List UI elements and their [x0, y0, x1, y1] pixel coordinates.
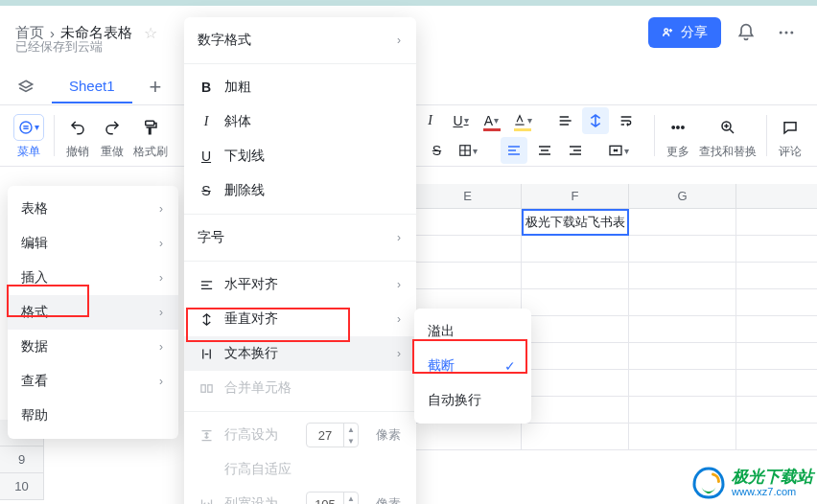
tab-sheet1[interactable]: Sheet1	[52, 70, 132, 103]
more-icon[interactable]	[771, 17, 802, 48]
svg-point-1	[780, 32, 782, 34]
menu-button[interactable]: ▾	[13, 114, 44, 141]
watermark-logo-icon	[691, 466, 726, 500]
italic-button[interactable]: I	[417, 107, 444, 134]
wrap-clip[interactable]: 截断✓	[414, 349, 531, 383]
col-header-f[interactable]: F	[522, 184, 629, 209]
menu-italic[interactable]: I斜体	[184, 104, 416, 139]
notification-icon[interactable]	[731, 17, 761, 48]
menu-bold[interactable]: B加粗	[184, 70, 416, 104]
more-button[interactable]: •••	[665, 114, 691, 141]
svg-point-3	[790, 32, 793, 34]
menu-row-height-auto: 行高自适应	[184, 452, 416, 487]
wrap-overflow[interactable]: 溢出	[414, 314, 531, 349]
svg-rect-9	[200, 384, 204, 392]
svg-point-2	[785, 32, 788, 34]
row-height-input: ▲▼	[306, 423, 359, 447]
menu-table[interactable]: 表格›	[8, 192, 178, 226]
menu-merge-cells: 合并单元格	[184, 371, 416, 405]
menu-v-align[interactable]: 垂直对齐›	[184, 302, 416, 336]
wrap-auto-button[interactable]	[613, 107, 640, 134]
more-label: 更多	[666, 144, 689, 160]
col-header-e[interactable]: E	[414, 184, 522, 209]
cell-g1[interactable]	[629, 209, 736, 236]
row-header-9[interactable]: 9	[0, 447, 44, 473]
menu-underline[interactable]: U下划线	[184, 139, 416, 173]
find-replace-button[interactable]	[714, 114, 741, 141]
watermark: 极光下载站 www.xz7.com	[691, 466, 813, 500]
menu-insert[interactable]: 插入›	[8, 261, 178, 295]
align-center-button[interactable]	[531, 137, 558, 164]
menu-label: 菜单	[17, 144, 40, 160]
menu-col-width: 列宽设为 ▲▼ 像素	[184, 487, 416, 504]
bold-icon: B	[198, 80, 215, 95]
format-submenu: 数字格式› B加粗 I斜体 U下划线 S删除线 字号› 水平对齐› 垂直对齐› …	[184, 17, 416, 504]
main-menu-dropdown: 表格› 编辑› 插入› 格式› 数据› 查看› 帮助	[8, 186, 178, 439]
merge-icon	[198, 381, 215, 396]
undo-button[interactable]	[64, 114, 91, 141]
italic-icon: I	[198, 114, 215, 129]
wrap-auto[interactable]: 自动换行	[414, 383, 531, 418]
share-button[interactable]: 分享	[648, 17, 721, 48]
svg-point-4	[20, 122, 32, 133]
wrap-clip-button[interactable]	[582, 107, 609, 134]
chevron-right-icon: ›	[159, 306, 163, 319]
col-header-g[interactable]: G	[629, 184, 736, 209]
menu-data[interactable]: 数据›	[8, 330, 178, 364]
save-status: 已经保存到云端	[15, 38, 103, 56]
strikethrough-icon: S	[198, 183, 215, 198]
share-icon	[662, 25, 675, 41]
col-width-input: ▲▼	[306, 492, 359, 504]
chevron-right-icon: ›	[397, 34, 401, 47]
wrap-overflow-button[interactable]	[551, 107, 578, 134]
underline-button[interactable]: U▾	[448, 107, 475, 134]
row-header-10[interactable]: 10	[0, 473, 44, 500]
font-color-button[interactable]: A▾	[479, 107, 505, 134]
menu-view[interactable]: 查看›	[8, 364, 178, 399]
menu-h-align[interactable]: 水平对齐›	[184, 267, 416, 302]
redo-button[interactable]	[99, 114, 126, 141]
col-width-icon	[198, 497, 215, 505]
undo-label: 撤销	[66, 144, 89, 160]
chevron-right-icon: ›	[159, 237, 163, 250]
align-h-icon	[198, 278, 215, 292]
menu-help[interactable]: 帮助	[8, 399, 178, 433]
svg-rect-5	[146, 121, 154, 126]
fill-color-button[interactable]: ▾	[509, 107, 536, 134]
menu-edit[interactable]: 编辑›	[8, 226, 178, 261]
format-painter-label: 格式刷	[133, 144, 168, 160]
cell-f1[interactable]: 极光下载站飞书表	[522, 209, 629, 236]
menu-text-wrap[interactable]: 文本换行›	[184, 336, 416, 371]
star-icon[interactable]: ☆	[144, 24, 157, 42]
menu-strikethrough[interactable]: S删除线	[184, 173, 416, 208]
row-height-icon	[198, 428, 215, 443]
redo-label: 重做	[101, 144, 124, 160]
align-right-button[interactable]	[562, 137, 589, 164]
check-icon: ✓	[504, 358, 516, 374]
menu-row-height: 行高设为 ▲▼ 像素	[184, 418, 416, 452]
comments-label: 评论	[779, 144, 802, 160]
text-wrap-icon	[198, 347, 215, 361]
chevron-right-icon: ›	[159, 340, 163, 354]
merge-cells-button[interactable]: ▾	[604, 137, 633, 164]
menu-format[interactable]: 格式›	[8, 295, 178, 330]
chevron-right-icon: ›	[397, 347, 401, 360]
chevron-right-icon: ›	[159, 271, 163, 285]
add-sheet-button[interactable]: +	[150, 75, 162, 100]
svg-rect-10	[207, 384, 211, 392]
chevron-right-icon: ›	[397, 231, 401, 244]
layers-icon[interactable]	[13, 75, 38, 100]
format-painter-button[interactable]	[137, 114, 164, 141]
chevron-right-icon: ›	[159, 202, 163, 216]
watermark-text: 极光下载站	[732, 469, 813, 487]
menu-font-size[interactable]: 字号›	[184, 220, 416, 255]
align-v-icon	[198, 312, 215, 327]
menu-number-format[interactable]: 数字格式›	[184, 23, 416, 57]
svg-point-0	[665, 29, 668, 32]
cell-e1[interactable]	[414, 209, 522, 236]
strikethrough-button[interactable]: S	[424, 137, 451, 164]
comments-button[interactable]	[777, 114, 804, 141]
borders-button[interactable]: ▾	[455, 137, 481, 164]
align-left-button[interactable]	[501, 137, 527, 164]
chevron-right-icon: ›	[397, 312, 401, 326]
